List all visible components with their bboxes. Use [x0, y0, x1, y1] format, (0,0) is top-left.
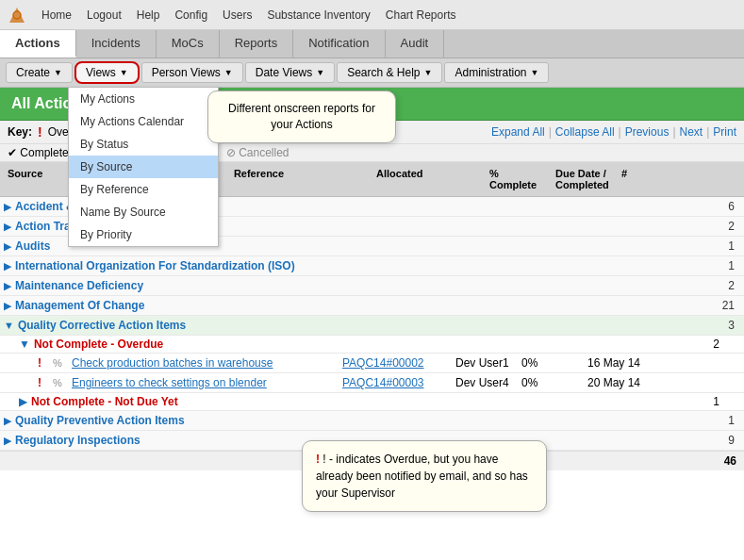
dropdown-by-priority[interactable]: By Priority: [69, 223, 218, 246]
overdue-tooltip-bang: !: [316, 453, 320, 466]
create-button[interactable]: Create ▼: [6, 62, 73, 83]
toggle-overdue[interactable]: ▼: [19, 338, 30, 351]
row-not-due-yet[interactable]: ▶ Not Complete - Not Due Yet 1: [0, 393, 744, 411]
views-tooltip: Different onscreen reports for your Acti…: [207, 91, 396, 143]
search-help-button[interactable]: Search & Help ▼: [337, 62, 442, 83]
toggle-not-due[interactable]: ▶: [19, 395, 27, 408]
tab-incidents[interactable]: Incidents: [76, 30, 157, 58]
toggle-qpai[interactable]: ▶: [4, 415, 11, 427]
row-management-of-change[interactable]: ▶ Management Of Change 21: [0, 296, 744, 316]
source-name-iso: International Organization For Standardi…: [15, 259, 712, 272]
complete-label: Complete: [20, 146, 68, 159]
previous-link[interactable]: Previous: [625, 125, 670, 139]
toggle-audits[interactable]: ▶: [4, 240, 11, 253]
dropdown-by-source[interactable]: By Source: [69, 156, 218, 178]
tab-notification[interactable]: Notification: [293, 30, 385, 58]
toggle-accident[interactable]: ▶: [4, 201, 11, 213]
th-allocated: Allocated: [372, 166, 486, 192]
nav-help[interactable]: Help: [137, 8, 160, 22]
search-help-arrow-icon: ▼: [424, 68, 433, 77]
key-label: Key:: [8, 125, 32, 139]
views-dropdown: My Actions My Actions Calendar By Status…: [68, 87, 219, 247]
person-views-button[interactable]: Person Views ▼: [141, 62, 243, 83]
count-audits: 1: [712, 239, 740, 253]
percent-icon-1: %: [53, 357, 68, 369]
toggle-iso[interactable]: ▶: [4, 260, 11, 272]
action-title-2[interactable]: Engineers to check settings on blender: [68, 376, 339, 389]
app-logo: [8, 6, 26, 25]
administration-button[interactable]: Administration ▼: [444, 62, 549, 83]
dropdown-by-status[interactable]: By Status: [69, 133, 218, 156]
allocated-2: Dev User4: [452, 375, 518, 390]
row-qcai[interactable]: ▼ Quality Corrective Action Items 3: [0, 316, 744, 336]
th-percent: % Complete: [486, 166, 552, 192]
dropdown-my-actions-calendar[interactable]: My Actions Calendar: [69, 110, 218, 133]
dropdown-my-actions[interactable]: My Actions: [69, 88, 218, 110]
row-iso[interactable]: ▶ International Organization For Standar…: [0, 256, 744, 276]
toggle-regulatory[interactable]: ▶: [4, 435, 11, 447]
row-maintenance[interactable]: ▶ Maintenance Deficiency 2: [0, 276, 744, 296]
total-count: 46: [724, 454, 736, 468]
ref-link-1[interactable]: PAQC14#00002: [339, 355, 452, 371]
row-qpai[interactable]: ▶ Quality Preventive Action Items 1: [0, 411, 744, 431]
overdue-tooltip: ! ! - indicates Overdue, but you have al…: [302, 440, 547, 512]
detail-row-1: ! % Check production batches in warehous…: [0, 354, 744, 373]
percent-icon-2: %: [53, 377, 68, 388]
tab-actions[interactable]: Actions: [0, 30, 76, 58]
count-qcai: 3: [712, 319, 740, 332]
date-views-button[interactable]: Date Views ▼: [245, 62, 335, 83]
count-not-due: 1: [697, 395, 725, 408]
overdue-bang-icon-2: !: [38, 376, 53, 389]
administration-arrow-icon: ▼: [530, 68, 538, 77]
views-button[interactable]: Views ▼: [74, 61, 140, 84]
nav-config[interactable]: Config: [174, 8, 207, 22]
source-name-qcai: Quality Corrective Action Items: [18, 319, 712, 332]
next-link[interactable]: Next: [680, 125, 703, 139]
tab-reports[interactable]: Reports: [220, 30, 294, 58]
toggle-maintenance[interactable]: ▶: [4, 280, 11, 292]
toggle-qcai[interactable]: ▼: [4, 320, 14, 331]
person-views-arrow-icon: ▼: [224, 68, 233, 77]
hash-2: [678, 382, 706, 384]
collapse-all-link[interactable]: Collapse All: [555, 125, 615, 139]
nav-users[interactable]: Users: [223, 8, 252, 22]
views-arrow-icon: ▼: [120, 68, 128, 77]
count-action-tracking: 2: [712, 220, 740, 233]
action-title-1[interactable]: Check production batches in warehouse: [68, 356, 339, 370]
nav-substance-inventory[interactable]: Substance Inventory: [267, 8, 370, 22]
count-maintenance: 2: [712, 279, 740, 292]
module-tabs: Actions Incidents MoCs Reports Notificat…: [0, 30, 744, 58]
nav-home[interactable]: Home: [41, 8, 72, 22]
dropdown-by-reference[interactable]: By Reference: [69, 178, 218, 201]
nav-logout[interactable]: Logout: [87, 8, 122, 22]
count-regulatory: 9: [712, 434, 740, 447]
nav-chart-reports[interactable]: Chart Reports: [386, 8, 456, 22]
subsection-name-overdue: Not Complete - Overdue: [34, 338, 697, 351]
th-due: Due Date / Completed: [552, 166, 618, 192]
complete-1: 0%: [518, 355, 584, 371]
toggle-moc[interactable]: ▶: [4, 300, 11, 312]
th-hash: #: [618, 166, 712, 192]
source-name-moc: Management Of Change: [15, 299, 712, 312]
detail-row-2: ! % Engineers to check settings on blend…: [0, 373, 744, 393]
toggle-action-tracking[interactable]: ▶: [4, 221, 11, 233]
overdue-bang-icon-1: !: [38, 356, 53, 370]
print-link[interactable]: Print: [713, 125, 736, 139]
cancelled-label: Cancelled: [239, 146, 289, 159]
count-overdue: 2: [697, 338, 725, 351]
due-1: 16 May 14: [584, 355, 678, 371]
create-arrow-icon: ▼: [54, 68, 62, 77]
source-name-qpai: Quality Preventive Action Items: [15, 414, 712, 427]
tab-audit[interactable]: Audit: [386, 30, 445, 58]
subsection-name-not-due: Not Complete - Not Due Yet: [31, 395, 697, 408]
dropdown-name-by-source[interactable]: Name By Source: [69, 201, 218, 223]
allocated-1: Dev User1: [452, 355, 518, 371]
ref-link-2[interactable]: PAQC14#00003: [339, 375, 452, 390]
overdue-tooltip-text: ! - indicates Overdue, but you have alre…: [316, 453, 528, 500]
due-2: 20 May 14: [584, 375, 678, 390]
hash-1: [678, 362, 706, 364]
expand-all-link[interactable]: Expand All: [491, 125, 545, 139]
row-not-complete-overdue[interactable]: ▼ Not Complete - Overdue 2: [0, 336, 744, 354]
action-links: Expand All | Collapse All | Previous | N…: [491, 125, 736, 139]
tab-mocs[interactable]: MoCs: [157, 30, 220, 58]
